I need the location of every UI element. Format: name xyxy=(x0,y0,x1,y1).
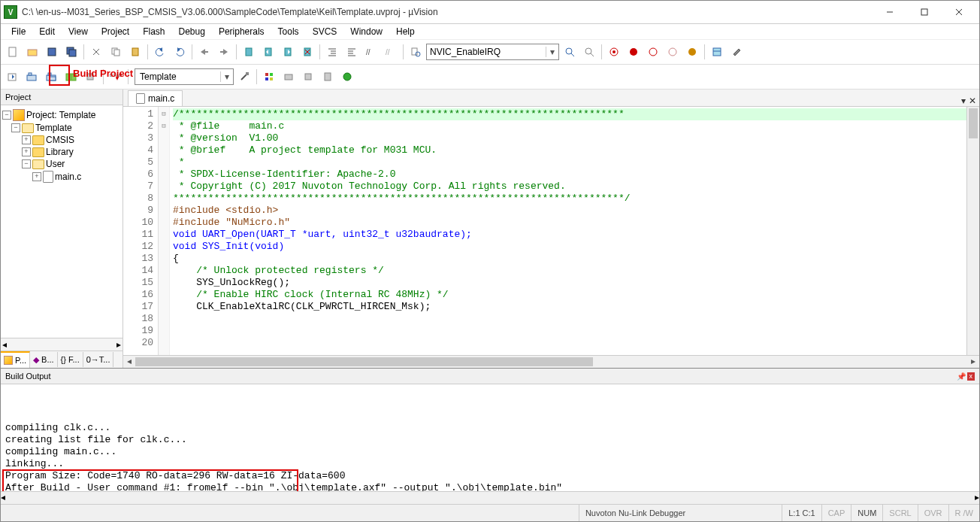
build-output-text[interactable]: compiling clk.c...creating list file for… xyxy=(1,384,979,491)
books-button[interactable] xyxy=(319,68,337,86)
save-all-button[interactable] xyxy=(62,43,80,61)
tree-group-library[interactable]: + Library xyxy=(2,146,121,158)
tree-group-cmsis[interactable]: + CMSIS xyxy=(2,134,121,146)
menu-help[interactable]: Help xyxy=(390,25,421,38)
manage-rte-button[interactable] xyxy=(338,68,356,86)
breakpoint-insert-button[interactable] xyxy=(625,43,643,61)
build-target-button[interactable] xyxy=(23,68,41,86)
manage-components-button[interactable] xyxy=(260,68,278,86)
hscroll-track[interactable] xyxy=(135,356,967,368)
uncomment-button[interactable]: // xyxy=(382,43,400,61)
new-file-button[interactable] xyxy=(4,43,22,61)
expand-icon[interactable]: + xyxy=(32,172,41,181)
pack-installer-button[interactable] xyxy=(299,68,317,86)
undo-button[interactable] xyxy=(151,43,169,61)
comment-button[interactable]: // xyxy=(362,43,380,61)
rebuild-button[interactable] xyxy=(43,68,61,86)
svg-point-42 xyxy=(585,48,591,54)
expand-icon[interactable]: + xyxy=(22,147,31,156)
menu-flash[interactable]: Flash xyxy=(137,25,171,38)
scroll-left-icon[interactable]: ◂ xyxy=(123,356,135,368)
menu-window[interactable]: Window xyxy=(344,25,389,38)
paste-button[interactable] xyxy=(126,43,144,61)
scroll-right-icon[interactable]: ▸ xyxy=(967,356,979,368)
maximize-button[interactable] xyxy=(907,1,942,23)
open-file-button[interactable] xyxy=(23,43,41,61)
pin-icon[interactable]: 📌 xyxy=(957,372,966,381)
incremental-find-button[interactable] xyxy=(580,43,598,61)
cut-button[interactable] xyxy=(87,43,105,61)
menu-debug[interactable]: Debug xyxy=(173,25,211,38)
tab-dropdown-icon[interactable]: ▾ xyxy=(961,96,966,106)
collapse-icon[interactable]: − xyxy=(22,159,31,168)
minimize-button[interactable] xyxy=(873,1,907,23)
folder-open-icon xyxy=(32,159,44,169)
translate-button[interactable] xyxy=(4,68,22,86)
tree-group-user[interactable]: − User xyxy=(2,158,121,170)
indent-button[interactable] xyxy=(323,43,341,61)
scroll-right-icon[interactable]: ▸ xyxy=(116,339,121,350)
bookmark-clear-button[interactable] xyxy=(298,43,316,61)
close-panel-icon[interactable]: x xyxy=(967,372,975,381)
fold-column[interactable]: ⊟⊟ xyxy=(159,107,170,355)
window-layout-button[interactable] xyxy=(708,43,726,61)
scroll-left-icon[interactable]: ◂ xyxy=(2,339,7,350)
redo-button[interactable] xyxy=(171,43,189,61)
nav-back-button[interactable] xyxy=(195,43,213,61)
select-packs-button[interactable] xyxy=(280,68,298,86)
bookmark-next-button[interactable] xyxy=(279,43,297,61)
configure-button[interactable] xyxy=(727,43,746,61)
scrollbar-thumb[interactable] xyxy=(969,108,978,138)
copy-button[interactable] xyxy=(107,43,125,61)
output-hscroll[interactable]: ◂ ▸ xyxy=(1,491,979,504)
tree-file-mainc[interactable]: + main.c xyxy=(2,170,121,184)
menu-peripherals[interactable]: Peripherals xyxy=(213,25,271,38)
expand-icon[interactable]: + xyxy=(22,135,31,144)
target-options-button[interactable] xyxy=(235,68,253,86)
nav-forward-button[interactable] xyxy=(215,43,233,61)
breakpoint-kill-button[interactable] xyxy=(683,43,701,61)
project-tree[interactable]: − Project: Template − Template + CMSIS + xyxy=(1,105,122,338)
build-output-panel: Build Output 📌 x compiling clk.c...creat… xyxy=(1,368,979,504)
menu-edit[interactable]: Edit xyxy=(33,25,61,38)
menu-tools[interactable]: Tools xyxy=(272,25,305,38)
target-dropdown-icon[interactable]: ▾ xyxy=(220,71,233,82)
code-editor[interactable]: 1234567891011121314151617181920 ⊟⊟ /****… xyxy=(123,107,979,355)
editor-tab-mainc[interactable]: main.c xyxy=(128,90,183,106)
find-combo[interactable]: ▾ xyxy=(426,44,559,60)
tab-functions[interactable]: {} F... xyxy=(58,352,83,367)
collapse-icon[interactable]: − xyxy=(2,111,11,120)
save-button[interactable] xyxy=(43,43,61,61)
tab-books[interactable]: ◆B... xyxy=(30,352,58,367)
find-in-files-button[interactable] xyxy=(407,43,425,61)
tree-target[interactable]: − Template xyxy=(2,122,121,134)
collapse-icon[interactable]: − xyxy=(11,123,20,132)
svg-rect-1 xyxy=(921,9,927,15)
menu-project[interactable]: Project xyxy=(95,25,135,38)
menu-view[interactable]: View xyxy=(62,25,94,38)
find-dropdown-icon[interactable]: ▾ xyxy=(546,47,558,57)
tab-close-icon[interactable]: ✕ xyxy=(969,96,976,106)
tab-templates[interactable]: 0→T... xyxy=(83,352,114,367)
editor-hscroll[interactable]: ◂ ▸ xyxy=(123,355,979,368)
breakpoint-enable-button[interactable] xyxy=(644,43,662,61)
close-button[interactable] xyxy=(942,1,976,23)
hscroll-track[interactable] xyxy=(5,492,975,504)
code-text[interactable]: /***************************************… xyxy=(170,107,966,355)
project-hscroll[interactable]: ◂ ▸ xyxy=(1,338,122,351)
find-input[interactable] xyxy=(427,47,546,57)
debug-session-button[interactable] xyxy=(605,43,623,61)
scrollbar-thumb[interactable] xyxy=(135,357,593,366)
outdent-button[interactable] xyxy=(343,43,361,61)
bookmark-toggle-button[interactable] xyxy=(240,43,258,61)
bookmark-prev-button[interactable] xyxy=(259,43,277,61)
scroll-right-icon[interactable]: ▸ xyxy=(975,492,979,504)
find-next-button[interactable] xyxy=(561,43,579,61)
editor-vscroll[interactable] xyxy=(966,107,979,355)
menu-svcs[interactable]: SVCS xyxy=(307,25,343,38)
tab-project[interactable]: P... xyxy=(1,351,30,368)
tree-root[interactable]: − Project: Template xyxy=(2,108,121,122)
menu-file[interactable]: File xyxy=(5,25,32,38)
target-select[interactable]: Template ▾ xyxy=(135,68,234,85)
breakpoint-disable-button[interactable] xyxy=(664,43,682,61)
